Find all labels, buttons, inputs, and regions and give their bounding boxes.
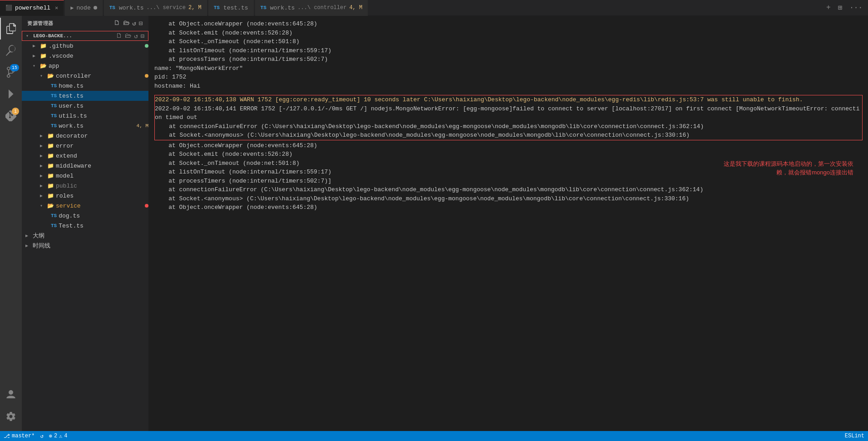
tree-label-roles: roles xyxy=(56,193,148,199)
main-layout: 15 1 资源管理器 🗋 🗁 ↺ ⊟ xyxy=(0,16,868,431)
tree-label-extend: extend xyxy=(56,153,148,159)
tree-item-app[interactable]: ▾ 📂 app xyxy=(22,61,148,71)
tree-item-roles[interactable]: ▶ 📁 roles xyxy=(22,191,148,201)
tree-item-home-ts[interactable]: TS home.ts xyxy=(22,81,148,91)
refresh-icon[interactable]: ↺ xyxy=(132,20,136,27)
root-new-folder-icon[interactable]: 🗁 xyxy=(125,32,131,40)
root-label: LEGO-BACKE... xyxy=(33,33,72,39)
tree-item-timeline[interactable]: ▶ 时间线 xyxy=(22,241,148,251)
tab-test[interactable]: TS test.ts xyxy=(208,0,254,16)
tree-item-vscode[interactable]: ▶ 📁 .vscode xyxy=(22,51,148,61)
eslint-label: ESLint xyxy=(845,433,864,439)
add-tab-button[interactable]: + xyxy=(824,3,833,13)
folder-icon-app: 📂 xyxy=(40,63,47,69)
tree-item-model[interactable]: ▶ 📁 model xyxy=(22,171,148,181)
dot-service xyxy=(145,204,148,208)
tab-work-controller[interactable]: TS work.ts ...\ controller 4, M xyxy=(255,0,369,16)
ts-icon-test-service: TS xyxy=(51,223,57,228)
tree-item-work-ts[interactable]: TS work.ts 4, M xyxy=(22,121,148,131)
status-errors[interactable]: ⊗ 2 ⚠ 4 xyxy=(49,433,68,440)
error-icon: ⊗ xyxy=(49,433,52,440)
activity-explorer[interactable] xyxy=(0,18,22,40)
terminal-line-once-2: at Object.onceWrapper (node:events:645:2… xyxy=(154,141,863,150)
tab-work-service[interactable]: TS work.ts ...\ service 2, M xyxy=(104,0,207,16)
activity-account[interactable] xyxy=(0,384,22,406)
tree-item-decorator[interactable]: ▶ 📁 decorator xyxy=(22,131,148,141)
status-branch[interactable]: ⎇ master* xyxy=(4,433,35,440)
close-tab-powershell-icon[interactable]: ✕ xyxy=(55,5,58,11)
terminal-content[interactable]: at Object.onceWrapper (node:events:645:2… xyxy=(149,16,868,431)
tree-label-public: public xyxy=(56,183,148,189)
activity-settings[interactable] xyxy=(0,406,22,427)
tree-label-github: .github xyxy=(49,43,143,50)
new-file-icon[interactable]: 🗋 xyxy=(113,20,120,27)
tab-powershell[interactable]: ⬛ powershell ✕ xyxy=(0,0,64,16)
tree-item-user-ts[interactable]: TS user.ts xyxy=(22,101,148,111)
split-editor-button[interactable]: ⊞ xyxy=(836,2,844,13)
tree-label-utils-ts: utils.ts xyxy=(59,113,148,119)
activity-bottom xyxy=(0,384,22,431)
tree-item-test-ts[interactable]: TS test.ts xyxy=(22,91,148,101)
activity-extensions[interactable]: 1 xyxy=(0,105,22,127)
ts-icon-utils: TS xyxy=(51,113,57,119)
chevron-app: ▾ xyxy=(33,63,40,69)
tree-item-service[interactable]: ▾ 📂 service xyxy=(22,201,148,211)
folder-icon-service: 📂 xyxy=(47,203,54,209)
terminal-line-hostname: hostname: Hai xyxy=(154,82,863,91)
folder-icon-decorator: 📁 xyxy=(47,133,54,139)
dot-github xyxy=(145,44,148,48)
tree-item-outline[interactable]: ▶ 大纲 xyxy=(22,231,148,241)
status-bar: ⎇ master* ↺ ⊗ 2 ⚠ 4 ESLint xyxy=(0,431,868,441)
activity-search[interactable] xyxy=(0,40,22,61)
dot-controller xyxy=(145,74,148,78)
root-collapse-icon[interactable]: ⊟ xyxy=(141,32,144,40)
more-tabs-button[interactable]: ··· xyxy=(848,3,864,13)
tree-root[interactable]: ▾ LEGO-BACKE... 🗋 🗁 ↺ ⊟ xyxy=(22,31,148,41)
tree-item-middleware[interactable]: ▶ 📁 middleware xyxy=(22,161,148,171)
chevron-middleware: ▶ xyxy=(40,163,47,168)
root-new-file-icon[interactable]: 🗋 xyxy=(116,32,122,40)
ts-icon-dog: TS xyxy=(51,213,57,218)
root-actions: 🗋 🗁 ↺ ⊟ xyxy=(116,32,144,40)
tree-label-work-ts: work.ts xyxy=(59,123,134,129)
terminal-spacer xyxy=(154,90,863,94)
terminal-error-line: 2022-09-02 16:15:40,141 ERROR 1752 [-/12… xyxy=(155,104,862,122)
tab-node[interactable]: ▶ node xyxy=(65,0,103,16)
tree-item-github[interactable]: ▶ 📁 .github xyxy=(22,41,148,51)
tree-item-test-ts-service[interactable]: TS Test.ts xyxy=(22,221,148,231)
tree-label-home-ts: home.ts xyxy=(59,83,148,89)
tree-label-user-ts: user.ts xyxy=(59,103,148,109)
tree-item-utils-ts[interactable]: TS utils.ts xyxy=(22,111,148,121)
tree-item-controller[interactable]: ▾ 📂 controller xyxy=(22,71,148,81)
tab-label-node: node xyxy=(76,5,90,11)
terminal-line-connect-2: at connectionFailureError (C:\Users\haix… xyxy=(154,185,863,194)
tree-item-extend[interactable]: ▶ 📁 extend xyxy=(22,151,148,161)
chevron-decorator: ▶ xyxy=(40,133,47,139)
tree-item-dog-ts[interactable]: TS dog.ts xyxy=(22,211,148,221)
folder-icon-vscode: 📁 xyxy=(40,53,47,59)
tree-label-model: model xyxy=(56,173,148,179)
tabs-container: ⬛ powershell ✕ ▶ node TS work.ts ...\ se… xyxy=(0,0,368,16)
chevron-controller: ▾ xyxy=(40,73,47,79)
tree-item-error[interactable]: ▶ 📁 error xyxy=(22,141,148,151)
tree-item-public[interactable]: ▶ 📁 public xyxy=(22,181,148,191)
ts-icon-test: TS xyxy=(51,93,57,99)
tree-label-test-ts-service: Test.ts xyxy=(59,223,148,229)
activity-source-control[interactable]: 15 xyxy=(0,61,22,83)
terminal-connect-fail-line: at connectionFailureError (C:\Users\haix… xyxy=(155,122,862,131)
status-sync[interactable]: ↺ xyxy=(40,433,43,440)
activity-run[interactable] xyxy=(0,83,22,105)
terminal-line-emit-2: at Socket.emit (node:events:526:28) xyxy=(154,150,863,159)
terminal-section-2: at Object.onceWrapper (node:events:645:2… xyxy=(154,141,863,212)
status-eslint[interactable]: ESLint xyxy=(845,433,864,439)
terminal-line-socket-2: at Socket.<anonymous> (C:\Users\haixiang… xyxy=(154,194,863,203)
tab-label-work-controller: work.ts xyxy=(270,5,295,11)
tab-dot-node xyxy=(94,6,97,10)
new-folder-icon[interactable]: 🗁 xyxy=(123,20,130,27)
terminal-line-once-3: at Object.onceWrapper (node:events:645:2… xyxy=(154,203,863,212)
folder-icon-middleware: 📁 xyxy=(47,163,54,169)
error-count: 2 xyxy=(54,433,57,439)
chevron-extend: ▶ xyxy=(40,153,47,159)
root-refresh-icon[interactable]: ↺ xyxy=(134,32,138,40)
collapse-all-icon[interactable]: ⊟ xyxy=(139,20,143,27)
